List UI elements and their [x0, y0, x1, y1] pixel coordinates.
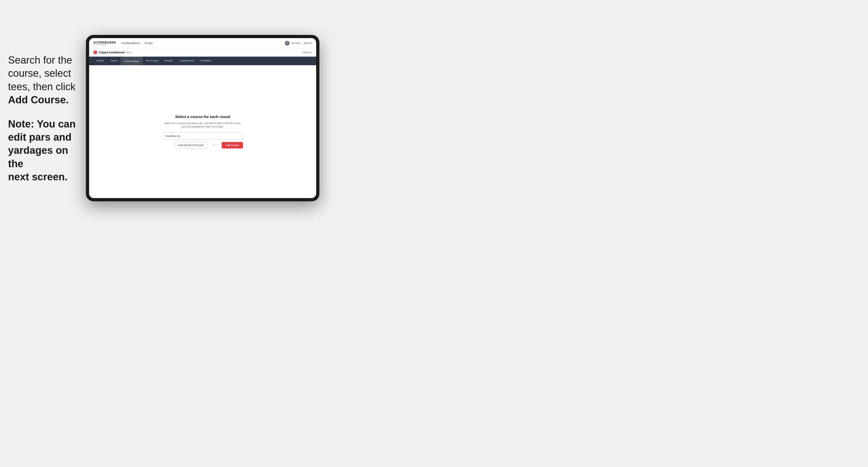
- nav-links: TOURNAMENTS TEAMS: [121, 42, 152, 44]
- tab-tee-groups[interactable]: Tee Groups: [143, 57, 162, 65]
- tee-select[interactable]: Gold (M) (M) (7010 yds): [175, 142, 207, 149]
- sign-out-link[interactable]: Sign out: [304, 42, 312, 44]
- user-name: Test User: [291, 42, 300, 44]
- main-content: Select a course for each round Search fo…: [89, 65, 316, 198]
- logo-text: SCOREBOARD: [93, 41, 116, 44]
- tournament-icon: C: [93, 51, 97, 54]
- top-nav: SCOREBOARD Powered by clippd TOURNAMENTS…: [89, 38, 316, 48]
- tee-select-wrapper: Gold (M) (M) (7010 yds): [162, 142, 220, 149]
- tournament-header: C Clippd Invitational (Men) Cancel ×: [89, 48, 316, 57]
- tab-teams[interactable]: Teams: [107, 57, 121, 65]
- tournament-type: (Men): [125, 51, 132, 54]
- tablet-screen: SCOREBOARD Powered by clippd TOURNAMENTS…: [89, 38, 316, 198]
- nav-teams[interactable]: TEAMS: [145, 42, 153, 44]
- course-select-panel: Select a course for each round Search fo…: [162, 115, 243, 149]
- tab-bar: Details Teams Course Setup Tee Groups Re…: [89, 57, 316, 65]
- add-course-button[interactable]: Add Course: [222, 142, 243, 148]
- logo-area: SCOREBOARD Powered by clippd: [93, 41, 116, 45]
- annotation-note: Note: You can edit pars and yardages on …: [8, 118, 83, 184]
- tab-course-setup[interactable]: Course Setup: [121, 57, 143, 65]
- separator: |: [302, 42, 303, 44]
- tab-details[interactable]: Details: [93, 57, 107, 65]
- panel-subtitle: Search for a course and select a tee. Yo…: [162, 122, 243, 128]
- tee-select-row: Gold (M) (M) (7010 yds) Add Course: [162, 142, 243, 149]
- tab-printables[interactable]: Printables: [197, 57, 214, 65]
- tournament-name: Clippd Invitational: [99, 51, 124, 54]
- top-nav-right: T Test User | Sign out: [285, 41, 312, 45]
- cancel-button[interactable]: Cancel ×: [302, 51, 312, 54]
- annotation-area: Search for the course, select tees, then…: [8, 54, 83, 184]
- tab-results[interactable]: Results: [162, 57, 176, 65]
- user-avatar: T: [285, 41, 289, 45]
- course-search-input[interactable]: [162, 132, 243, 139]
- logo-sub: Powered by clippd: [93, 44, 116, 45]
- annotation-text: Search for the course, select tees, then…: [8, 54, 83, 107]
- panel-title: Select a course for each round: [162, 115, 243, 119]
- tablet-frame: SCOREBOARD Powered by clippd TOURNAMENTS…: [86, 35, 319, 201]
- nav-tournaments[interactable]: TOURNAMENTS: [121, 42, 140, 44]
- tab-leaderboards[interactable]: Leaderboards: [176, 57, 197, 65]
